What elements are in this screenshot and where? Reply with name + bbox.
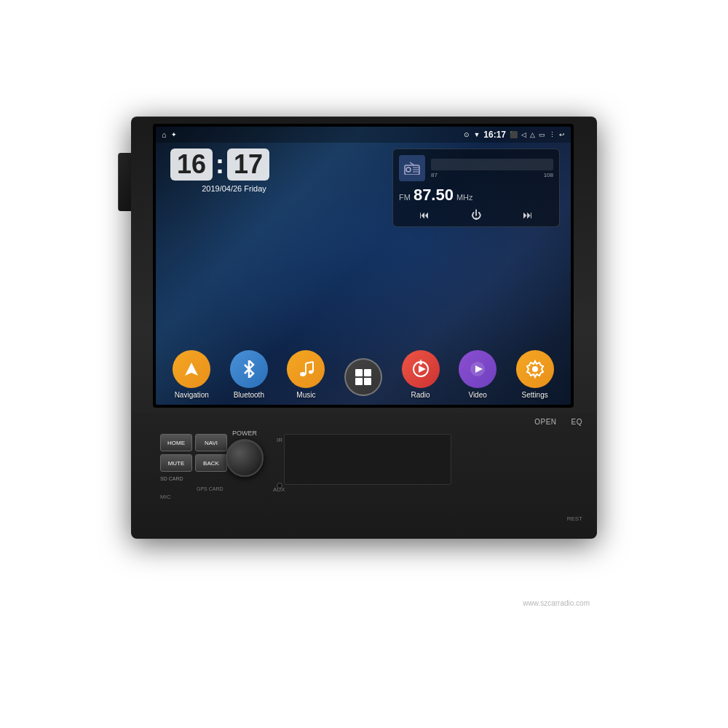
media-icon: △: [530, 131, 535, 138]
status-bar: ⌂ ✦ ⊙ ▼ 16:17 ⬛ ◁ △ ▭ ⋮ ↩: [156, 127, 571, 143]
app-item-bluetooth[interactable]: Bluetooth: [230, 350, 268, 399]
control-panel: OPEN EQ HOME NAVI MUTE BACK SD CARD POWE…: [131, 414, 597, 537]
screen-bezel: ⌂ ✦ ⊙ ▼ 16:17 ⬛ ◁ △ ▭ ⋮ ↩: [153, 124, 574, 408]
app-item-settings[interactable]: Settings: [516, 350, 554, 399]
radio-controls[interactable]: ⏮ ⏻ ⏭: [399, 209, 553, 221]
back-icon: ↩: [559, 131, 565, 138]
eq-label: EQ: [571, 418, 582, 426]
back-button[interactable]: BACK: [195, 454, 227, 472]
car-radio-unit: ⌂ ✦ ⊙ ▼ 16:17 ⬛ ◁ △ ▭ ⋮ ↩: [131, 116, 597, 612]
bt-icon: [230, 350, 268, 388]
video-icon: [459, 350, 496, 388]
home-icon: ⌂: [162, 130, 167, 139]
radio-label: Radio: [411, 391, 430, 399]
aux-label: AUX: [273, 486, 285, 493]
cluster-labels: SD CARD: [160, 476, 183, 481]
button-cluster[interactable]: HOME NAVI MUTE BACK: [160, 434, 227, 472]
ir-label: IR: [277, 437, 282, 443]
app-item-video[interactable]: Video: [459, 350, 496, 399]
clock-minutes: 17: [227, 149, 269, 181]
settings-label: Settings: [522, 391, 548, 399]
nav-icon: [173, 350, 210, 388]
radio-next-button[interactable]: ⏭: [523, 209, 533, 221]
screen[interactable]: ⌂ ✦ ⊙ ▼ 16:17 ⬛ ◁ △ ▭ ⋮ ↩: [156, 127, 571, 405]
status-right: ⊙ ▼ 16:17 ⬛ ◁ △ ▭ ⋮ ↩: [464, 130, 565, 140]
clock-hours: 16: [170, 149, 213, 181]
mute-button[interactable]: MUTE: [160, 454, 192, 472]
radio-frequency: 87.50: [414, 186, 454, 205]
home-button[interactable]: HOME: [160, 434, 192, 451]
power-label: POWER: [226, 430, 264, 437]
radio-power-button[interactable]: ⏻: [471, 209, 481, 221]
app-item-apps[interactable]: [344, 358, 382, 399]
app-item-navigation[interactable]: Navigation: [173, 350, 210, 399]
radio-scale-labels: 87 108: [431, 172, 553, 178]
svg-marker-13: [419, 365, 426, 373]
usb-icon: ✦: [171, 131, 177, 138]
gps-label: GPS CARD: [197, 486, 223, 491]
status-left: ⌂ ✦: [162, 130, 177, 139]
radio-freq-bar: 87 108: [431, 159, 553, 178]
bt-label: Bluetooth: [234, 391, 264, 399]
settings-icon: [516, 350, 554, 388]
nav-label: Navigation: [175, 391, 209, 399]
panel-top-row: OPEN EQ: [534, 418, 582, 426]
sd-label: SD CARD: [160, 476, 183, 481]
mic-label: MIC: [160, 494, 171, 500]
apps-icon: [344, 358, 382, 396]
menu-icon: ⋮: [549, 131, 555, 138]
svg-line-10: [306, 362, 313, 363]
music-label: Music: [296, 391, 315, 399]
power-knob[interactable]: [226, 439, 264, 477]
radio-icon-btn: [402, 350, 440, 388]
music-icon: [287, 350, 325, 388]
app-item-music[interactable]: Music: [287, 350, 325, 399]
camera-icon: ⬛: [510, 131, 518, 138]
radio-icon: [399, 155, 425, 181]
side-tab: [118, 153, 131, 211]
radio-top: 87 108: [399, 155, 553, 181]
radio-unit: MHz: [456, 193, 473, 202]
power-knob-area[interactable]: POWER: [226, 430, 264, 477]
unit-body: ⌂ ✦ ⊙ ▼ 16:17 ⬛ ◁ △ ▭ ⋮ ↩: [131, 116, 597, 539]
svg-marker-6: [185, 363, 198, 376]
location-icon: ⊙: [464, 131, 470, 138]
app-item-radio[interactable]: Radio: [402, 350, 440, 399]
radio-band: FM: [399, 193, 411, 202]
volume-icon: ◁: [521, 131, 526, 138]
cast-icon: ▭: [539, 131, 545, 138]
video-label: Video: [468, 391, 486, 399]
radio-prev-button[interactable]: ⏮: [419, 209, 430, 221]
svg-point-18: [532, 366, 538, 372]
rest-label: REST: [567, 515, 582, 522]
svg-point-14: [419, 362, 422, 365]
panel-display: [284, 434, 451, 485]
clock-date: 2019/04/26 Friday: [170, 184, 298, 193]
radio-widget[interactable]: 87 108 FM 87.50 MHz ⏮ ⏻ ⏭: [392, 149, 560, 227]
clock-display: 16 : 17: [170, 149, 298, 181]
watermark: www.szcarradio.com: [523, 599, 590, 607]
clock-widget: 16 : 17 2019/04/26 Friday: [170, 149, 298, 193]
open-label: OPEN: [534, 418, 556, 426]
clock-colon: :: [215, 149, 224, 181]
navi-button[interactable]: NAVI: [195, 434, 227, 451]
app-grid[interactable]: Navigation Bluetooth: [163, 350, 563, 399]
svg-point-1: [406, 167, 411, 172]
svg-point-7: [300, 372, 306, 376]
wifi-icon: ▼: [473, 131, 480, 138]
radio-scale: [431, 159, 553, 170]
status-time: 16:17: [483, 130, 506, 140]
radio-freq-display: FM 87.50 MHz: [399, 186, 553, 205]
